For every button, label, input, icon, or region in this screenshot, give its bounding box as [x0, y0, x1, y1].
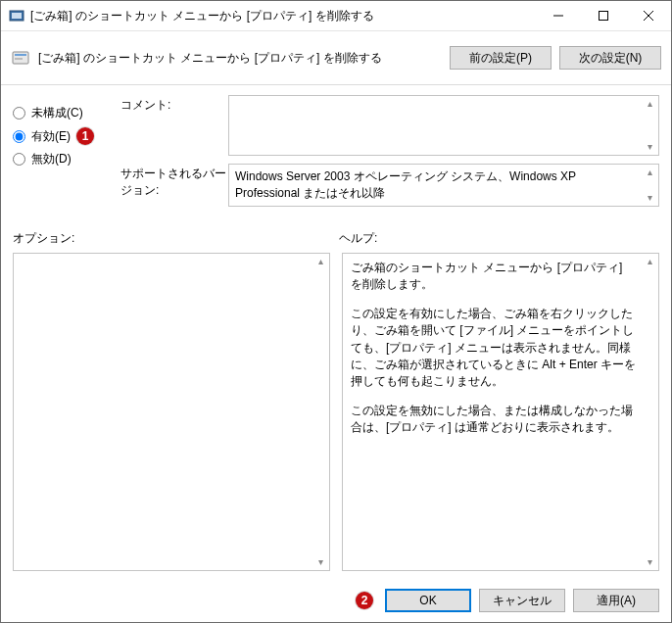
options-label: オプション: [13, 230, 333, 247]
apply-button[interactable]: 適用(A) [573, 589, 659, 612]
minimize-button[interactable] [536, 1, 581, 30]
policy-header: [ごみ箱] のショートカット メニューから [プロパティ] を削除する 前の設定… [1, 31, 671, 85]
annotation-marker-1: 1 [76, 127, 94, 145]
radio-disabled-label[interactable]: 無効(D) [31, 151, 72, 168]
radio-enabled-label[interactable]: 有効(E) [31, 128, 71, 145]
help-paragraph: ごみ箱のショートカット メニューから [プロパティ] を削除します。 [351, 260, 637, 294]
metadata-area: コメント: ▴▾ サポートされるバージョン: Windows Server 20… [120, 95, 659, 215]
svg-rect-3 [600, 12, 608, 21]
svg-line-4 [644, 11, 653, 21]
radio-enabled[interactable] [13, 130, 25, 143]
comment-textarea[interactable]: ▴▾ [228, 95, 659, 156]
section-labels: オプション: ヘルプ: [13, 230, 659, 247]
ok-button[interactable]: OK [385, 589, 471, 612]
supported-on-box: Windows Server 2003 オペレーティング システム、Window… [228, 164, 659, 207]
help-paragraph: この設定を有効にした場合、ごみ箱を右クリックしたり、ごみ箱を開いて [ファイル]… [351, 306, 637, 391]
policy-editor-window: [ごみ箱] のショートカット メニューから [プロパティ] を削除する [ごみ箱… [0, 0, 672, 623]
window-title: [ごみ箱] のショートカット メニューから [プロパティ] を削除する [30, 8, 536, 24]
state-radio-group: 未構成(C) 有効(E) 1 無効(D) [13, 95, 120, 215]
policy-title: [ごみ箱] のショートカット メニューから [プロパティ] を削除する [38, 50, 442, 67]
panels: ▴▾ ごみ箱のショートカット メニューから [プロパティ] を削除します。 この… [13, 253, 659, 571]
options-panel: ▴▾ [13, 253, 330, 571]
svg-line-5 [644, 11, 653, 21]
dialog-footer: 2 OK キャンセル 適用(A) [1, 579, 671, 622]
titlebar[interactable]: [ごみ箱] のショートカット メニューから [プロパティ] を削除する [1, 1, 671, 31]
radio-disabled[interactable] [13, 153, 25, 166]
help-scrollbar[interactable]: ▴▾ [642, 254, 658, 570]
previous-setting-button[interactable]: 前の設定(P) [450, 46, 552, 70]
help-panel: ごみ箱のショートカット メニューから [プロパティ] を削除します。 この設定を… [342, 253, 659, 571]
annotation-marker-2: 2 [356, 592, 373, 609]
supported-on-label: サポートされるバージョン: [120, 164, 228, 207]
svg-rect-7 [15, 54, 26, 56]
svg-rect-8 [15, 58, 23, 60]
svg-rect-1 [12, 13, 22, 19]
policy-icon [11, 48, 30, 68]
radio-not-configured-label[interactable]: 未構成(C) [31, 105, 83, 121]
dialog-body: 未構成(C) 有効(E) 1 無効(D) コメント: ▴▾ [1, 85, 671, 579]
upper-area: 未構成(C) 有効(E) 1 無効(D) コメント: ▴▾ [13, 95, 659, 215]
comment-label: コメント: [120, 95, 228, 156]
options-scrollbar[interactable]: ▴▾ [312, 254, 329, 570]
cancel-button[interactable]: キャンセル [479, 589, 565, 612]
maximize-button[interactable] [581, 1, 626, 30]
next-setting-button[interactable]: 次の設定(N) [559, 46, 661, 70]
supported-on-value: Windows Server 2003 オペレーティング システム、Window… [235, 169, 576, 200]
close-button[interactable] [626, 1, 671, 30]
radio-not-configured[interactable] [13, 107, 25, 120]
help-label: ヘルプ: [333, 230, 659, 247]
supported-scrollbar[interactable]: ▴▾ [642, 165, 658, 206]
help-paragraph: この設定を無効にした場合、または構成しなかった場合は、[プロパティ] は通常どお… [351, 403, 637, 437]
comment-scrollbar[interactable]: ▴▾ [642, 96, 658, 155]
app-icon [9, 8, 24, 24]
